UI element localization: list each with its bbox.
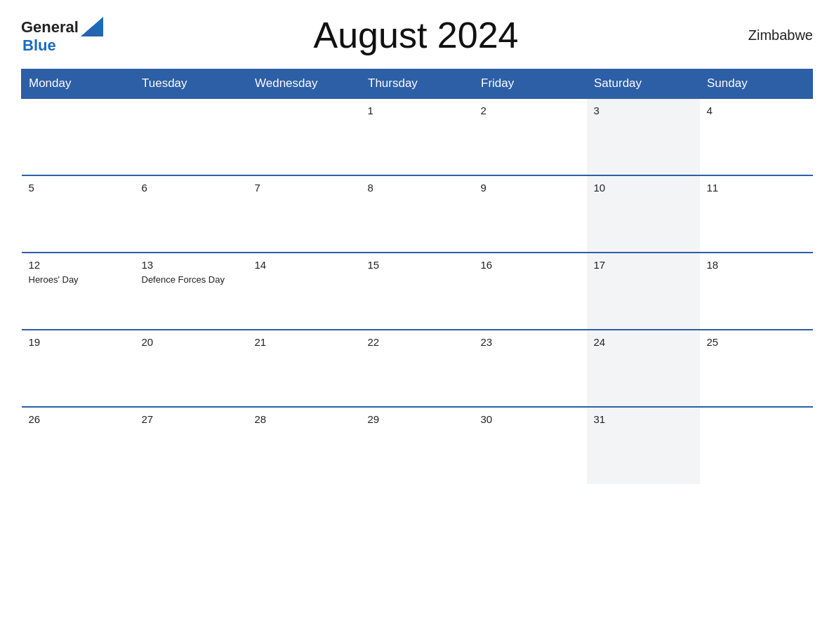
- weekday-header-row: MondayTuesdayWednesdayThursdayFridaySatu…: [22, 69, 813, 99]
- day-number: 5: [29, 182, 128, 194]
- day-number: 10: [594, 182, 693, 194]
- day-number: 28: [255, 413, 354, 425]
- logo-blue-text: Blue: [22, 36, 56, 54]
- week-row-4: 19202122232425: [22, 330, 813, 407]
- day-number: 21: [255, 336, 354, 348]
- day-number: 27: [142, 413, 241, 425]
- calendar-cell: [22, 98, 135, 175]
- week-row-5: 262728293031: [22, 407, 813, 484]
- day-number: 31: [594, 413, 693, 425]
- day-number: 30: [481, 413, 580, 425]
- weekday-header-wednesday: Wednesday: [248, 69, 361, 99]
- calendar-cell: 31: [587, 407, 700, 484]
- calendar-table: MondayTuesdayWednesdayThursdayFridaySatu…: [21, 69, 813, 484]
- calendar-cell: 27: [135, 407, 248, 484]
- day-number: 26: [29, 413, 128, 425]
- calendar-cell: [700, 407, 813, 484]
- day-number: 1: [368, 105, 467, 116]
- day-number: 6: [142, 182, 241, 194]
- calendar-cell: 1: [361, 98, 474, 175]
- weekday-header-sunday: Sunday: [700, 69, 813, 99]
- calendar-cell: 5: [22, 175, 135, 253]
- page-header: General Blue August 2024 Zimbabwe: [21, 14, 813, 56]
- week-row-3: 12Heroes' Day13Defence Forces Day1415161…: [22, 253, 813, 330]
- weekday-header-thursday: Thursday: [361, 69, 474, 99]
- day-number: 17: [594, 259, 693, 271]
- calendar-cell: 26: [22, 407, 135, 484]
- day-number: 29: [368, 413, 467, 425]
- day-number: 13: [142, 259, 241, 271]
- calendar-cell: 8: [361, 175, 474, 253]
- calendar-cell: 4: [700, 98, 813, 175]
- calendar-cell: 13Defence Forces Day: [135, 253, 248, 330]
- calendar-cell: 2: [474, 98, 587, 175]
- day-number: 20: [142, 336, 241, 348]
- day-number: 12: [29, 259, 128, 271]
- day-number: 3: [594, 105, 693, 116]
- day-number: 4: [707, 105, 806, 116]
- day-number: 22: [368, 336, 467, 348]
- calendar-cell: [135, 98, 248, 175]
- calendar-cell: 30: [474, 407, 587, 484]
- week-row-1: 1234: [22, 98, 813, 175]
- weekday-header-monday: Monday: [22, 69, 135, 99]
- weekday-header-saturday: Saturday: [587, 69, 700, 99]
- calendar-cell: 3: [587, 98, 700, 175]
- logo-icon: [81, 17, 103, 36]
- calendar-cell: 25: [700, 330, 813, 407]
- logo: General Blue: [21, 17, 103, 53]
- day-number: 2: [481, 105, 580, 116]
- day-number: 19: [29, 336, 128, 348]
- calendar-cell: 9: [474, 175, 587, 253]
- week-row-2: 567891011: [22, 175, 813, 253]
- calendar-cell: 14: [248, 253, 361, 330]
- weekday-header-friday: Friday: [474, 69, 587, 99]
- month-title: August 2024: [103, 14, 729, 56]
- weekday-header-tuesday: Tuesday: [135, 69, 248, 99]
- country-label: Zimbabwe: [729, 27, 813, 43]
- day-number: 24: [594, 336, 693, 348]
- calendar-cell: 7: [248, 175, 361, 253]
- calendar-cell: 21: [248, 330, 361, 407]
- calendar-cell: 23: [474, 330, 587, 407]
- calendar-cell: 15: [361, 253, 474, 330]
- calendar-cell: 10: [587, 175, 700, 253]
- calendar-cell: 16: [474, 253, 587, 330]
- calendar-cell: 17: [587, 253, 700, 330]
- logo-general-text: General: [21, 20, 79, 35]
- calendar-cell: 24: [587, 330, 700, 407]
- day-number: 14: [255, 259, 354, 271]
- calendar-cell: 12Heroes' Day: [22, 253, 135, 330]
- day-number: 9: [481, 182, 580, 194]
- day-number: 25: [707, 336, 806, 348]
- calendar-cell: 28: [248, 407, 361, 484]
- day-number: 23: [481, 336, 580, 348]
- calendar-cell: 19: [22, 330, 135, 407]
- calendar-cell: 29: [361, 407, 474, 484]
- calendar-cell: 20: [135, 330, 248, 407]
- day-number: 18: [707, 259, 806, 271]
- calendar-cell: 22: [361, 330, 474, 407]
- calendar-cell: 6: [135, 175, 248, 253]
- day-number: 8: [368, 182, 467, 194]
- day-number: 7: [255, 182, 354, 194]
- calendar-cell: 11: [700, 175, 813, 253]
- day-number: 15: [368, 259, 467, 271]
- day-number: 16: [481, 259, 580, 271]
- holiday-label: Defence Forces Day: [142, 274, 225, 285]
- calendar-cell: [248, 98, 361, 175]
- calendar-cell: 18: [700, 253, 813, 330]
- day-number: 11: [707, 182, 806, 194]
- holiday-label: Heroes' Day: [29, 274, 79, 285]
